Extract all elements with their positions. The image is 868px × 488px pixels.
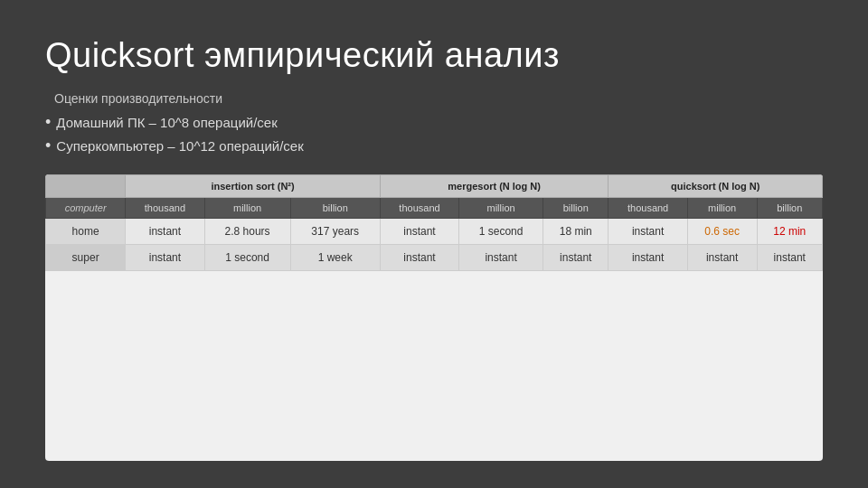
col-ins-million: million: [204, 198, 290, 219]
table-row: home instant 2.8 hours 317 years instant…: [46, 219, 823, 245]
super-merge-thousand: instant: [380, 245, 458, 271]
quicksort-header: quicksort (N log N): [609, 175, 823, 198]
table-header-group: insertion sort (N²) mergesort (N log N) …: [46, 175, 823, 198]
col-ins-billion: billion: [290, 198, 380, 219]
home-ins-million: 2.8 hours: [204, 219, 290, 245]
col-computer: computer: [46, 198, 126, 219]
col-merge-million: million: [459, 198, 543, 219]
col-quick-thousand: thousand: [609, 198, 687, 219]
super-ins-billion: 1 week: [290, 245, 380, 271]
super-quick-billion: instant: [757, 245, 822, 271]
home-merge-billion: 18 min: [543, 219, 609, 245]
col-ins-thousand: thousand: [126, 198, 204, 219]
super-ins-million: 1 second: [204, 245, 290, 271]
empty-header: [46, 175, 126, 198]
home-ins-thousand: instant: [126, 219, 204, 245]
bullets-section: Домашний ПК – 10^8 операций/сек Суперком…: [45, 113, 823, 160]
home-merge-million: 1 second: [459, 219, 543, 245]
slide-title: Quicksort эмпирический анализ: [45, 36, 823, 75]
col-merge-thousand: thousand: [380, 198, 458, 219]
table-body: home instant 2.8 hours 317 years instant…: [46, 219, 823, 271]
super-merge-billion: instant: [543, 245, 609, 271]
home-merge-thousand: instant: [380, 219, 458, 245]
home-label: home: [46, 219, 126, 245]
table-row: super instant 1 second 1 week instant in…: [46, 245, 823, 271]
performance-table-container: insertion sort (N²) mergesort (N log N) …: [45, 174, 823, 461]
super-label: super: [46, 245, 126, 271]
col-quick-million: million: [687, 198, 757, 219]
super-quick-thousand: instant: [609, 245, 687, 271]
subtitle: Оценки производительности: [54, 91, 823, 106]
super-merge-million: instant: [459, 245, 543, 271]
bullet-1: Домашний ПК – 10^8 операций/сек: [45, 113, 823, 132]
performance-table: insertion sort (N²) mergesort (N log N) …: [45, 174, 823, 271]
insertion-sort-header: insertion sort (N²): [126, 175, 381, 198]
super-ins-thousand: instant: [126, 245, 204, 271]
table-header-sub: computer thousand million billion thousa…: [46, 198, 823, 219]
col-quick-billion: billion: [757, 198, 822, 219]
col-merge-billion: billion: [543, 198, 609, 219]
bullet-2: Суперкомпьютер – 10^12 операций/сек: [45, 136, 823, 155]
slide: Quicksort эмпирический анализ Оценки про…: [0, 0, 868, 488]
home-quick-thousand: instant: [609, 219, 687, 245]
super-quick-million: instant: [687, 245, 757, 271]
home-quick-billion: 12 min: [757, 219, 822, 245]
home-quick-million: 0.6 sec: [687, 219, 757, 245]
mergesort-header: mergesort (N log N): [380, 175, 609, 198]
home-ins-billion: 317 years: [290, 219, 380, 245]
